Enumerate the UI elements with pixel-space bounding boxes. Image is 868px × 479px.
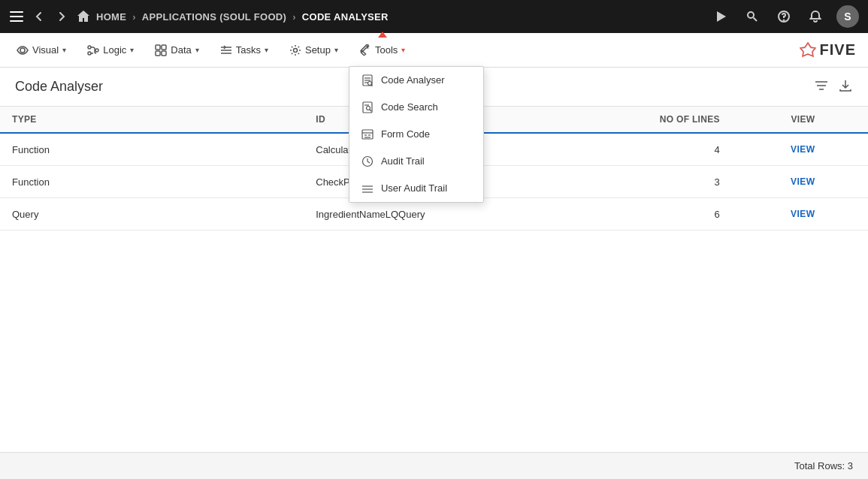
dropdown-item-user-audit-trail[interactable]: User Audit Trail: [349, 175, 483, 202]
cell-type-1: Function: [0, 166, 304, 198]
avatar[interactable]: S: [836, 5, 859, 28]
breadcrumb: HOME › APPLICATIONS (SOUL FOOD) › CODE A…: [77, 10, 389, 23]
view-button-2[interactable]: VIEW: [785, 206, 821, 222]
svg-rect-2: [10, 20, 23, 22]
top-bar-left: HOME › APPLICATIONS (SOUL FOOD) › CODE A…: [9, 9, 704, 24]
page-actions: [814, 78, 853, 95]
search-icon[interactable]: [742, 6, 763, 27]
svg-line-5: [754, 18, 758, 22]
column-no-of-lines: No Of Lines: [608, 107, 738, 133]
help-icon[interactable]: [773, 6, 794, 27]
dropdown-item-code-search[interactable]: Code Search: [349, 94, 483, 121]
dropdown-item-code-analyser[interactable]: Code Analyser: [349, 67, 483, 94]
nav-item-setup[interactable]: Setup ▾: [279, 33, 349, 68]
svg-point-7: [784, 20, 785, 21]
view-button-0[interactable]: VIEW: [785, 141, 821, 158]
nav-item-visual[interactable]: Visual ▾: [6, 33, 77, 68]
svg-rect-0: [10, 11, 23, 13]
five-logo: FIVE: [799, 41, 856, 59]
tasks-arrow: ▾: [265, 46, 268, 54]
logic-arrow: ▾: [130, 46, 134, 54]
svg-line-28: [370, 110, 371, 111]
view-button-1[interactable]: VIEW: [785, 173, 821, 190]
svg-marker-3: [717, 11, 726, 22]
dropdown-code-analyser-label: Code Analyser: [381, 74, 445, 86]
nav-data-label: Data: [171, 44, 191, 56]
hamburger-icon[interactable]: [9, 9, 24, 24]
nav-item-data[interactable]: Data ▾: [144, 33, 209, 68]
dropdown-item-form-code[interactable]: Form Code: [349, 121, 483, 148]
setup-arrow: ▾: [334, 46, 338, 54]
tools-indicator: [378, 32, 387, 38]
breadcrumb-app[interactable]: APPLICATIONS (SOUL FOOD): [142, 11, 286, 23]
svg-rect-15: [162, 51, 166, 56]
tools-dropdown: Code Analyser Code Search: [349, 66, 484, 203]
cell-view-1: VIEW: [738, 166, 868, 198]
status-bar: Total Rows: 3: [0, 452, 868, 479]
total-rows-count: 3: [848, 460, 853, 471]
svg-point-10: [88, 52, 91, 55]
data-arrow: ▾: [195, 46, 199, 54]
cell-type-0: Function: [0, 133, 304, 166]
filter-icon[interactable]: [814, 78, 829, 95]
svg-point-8: [20, 48, 25, 53]
logo-area: FIVE: [799, 41, 868, 59]
total-rows-label: Total Rows:: [794, 460, 845, 471]
svg-rect-1: [10, 16, 23, 17]
svg-rect-14: [156, 51, 160, 56]
forward-icon[interactable]: [54, 9, 69, 24]
svg-point-24: [367, 81, 371, 85]
dropdown-user-audit-trail-label: User Audit Trail: [381, 182, 447, 194]
dropdown-form-code-label: Form Code: [381, 128, 430, 140]
svg-point-11: [95, 49, 98, 52]
cell-view-0: VIEW: [738, 133, 868, 166]
nav-item-tasks[interactable]: Tasks ▾: [210, 33, 279, 68]
nav-setup-label: Setup: [305, 44, 331, 56]
breadcrumb-home[interactable]: HOME: [96, 11, 126, 23]
play-icon[interactable]: [710, 6, 731, 27]
back-icon[interactable]: [32, 9, 47, 24]
svg-point-19: [293, 48, 297, 52]
svg-rect-13: [162, 45, 166, 50]
cell-type-2: Query: [0, 198, 304, 230]
cell-lines-2: 6: [608, 198, 738, 230]
bell-icon[interactable]: [805, 6, 826, 27]
visual-arrow: ▾: [62, 46, 66, 54]
total-rows-text: Total Rows: 3: [794, 460, 853, 471]
column-type: Type: [0, 107, 304, 133]
svg-point-27: [366, 106, 370, 110]
nav-visual-label: Visual: [32, 44, 59, 56]
nav-bar: Visual ▾ Logic ▾ Data ▾ Tasks ▾ Setup ▾ …: [0, 33, 868, 68]
svg-rect-12: [156, 45, 160, 50]
nav-logic-label: Logic: [103, 44, 126, 56]
table-row: Query IngredientNameLQQuery 6 VIEW: [0, 198, 868, 230]
dropdown-item-audit-trail[interactable]: Audit Trail: [349, 148, 483, 175]
page-title: Code Analyser: [15, 79, 103, 95]
cell-lines-0: 4: [608, 133, 738, 166]
nav-tools-label: Tools: [375, 44, 398, 56]
column-view: View: [738, 107, 868, 133]
dropdown-audit-trail-label: Audit Trail: [381, 155, 425, 167]
cell-id-2: IngredientNameLQQuery: [304, 198, 607, 230]
dropdown-code-search-label: Code Search: [381, 101, 438, 113]
svg-point-9: [88, 46, 91, 49]
nav-item-logic[interactable]: Logic ▾: [77, 33, 144, 68]
top-bar-right: S: [710, 5, 859, 28]
tools-arrow: ▾: [401, 46, 405, 54]
svg-point-4: [748, 12, 754, 18]
breadcrumb-current: CODE ANALYSER: [302, 11, 389, 23]
cell-lines-1: 3: [608, 166, 738, 198]
download-icon[interactable]: [838, 78, 853, 95]
nav-item-tools[interactable]: Tools ▾ Code Analyser: [349, 33, 416, 68]
nav-tasks-label: Tasks: [236, 44, 261, 56]
top-bar: HOME › APPLICATIONS (SOUL FOOD) › CODE A…: [0, 0, 868, 33]
cell-view-2: VIEW: [738, 198, 868, 230]
logo-text: FIVE: [820, 41, 856, 59]
